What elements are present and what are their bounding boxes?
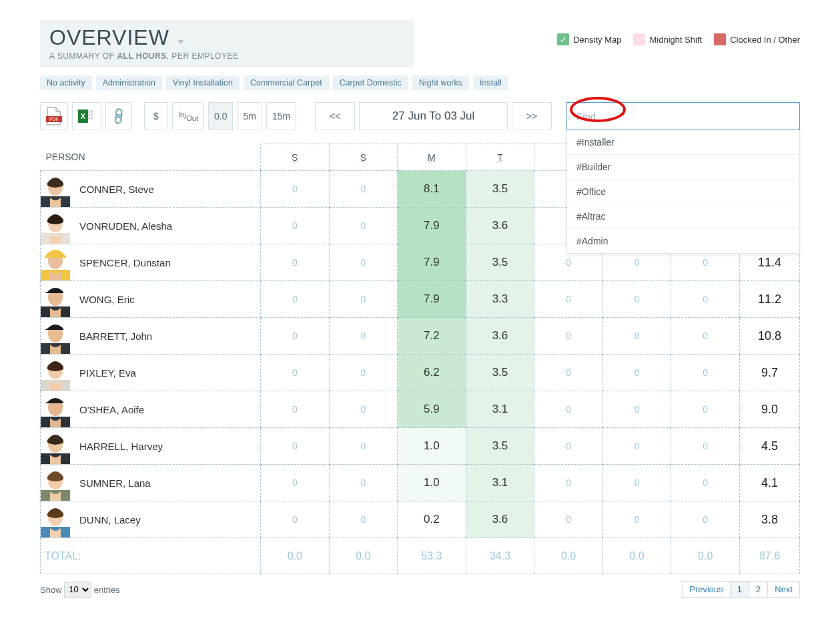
table-row[interactable]: DUNN, Lacey000.23.60003.8 — [41, 501, 800, 538]
hours-cell[interactable]: 0 — [329, 428, 398, 465]
hours-cell[interactable]: 0 — [602, 391, 671, 428]
share-link-button[interactable]: 🔗 — [105, 102, 132, 130]
hours-cell[interactable]: 0 — [602, 281, 671, 318]
person-column-header[interactable]: PERSON — [41, 144, 261, 171]
person-cell[interactable]: PIXLEY, Eva — [41, 355, 261, 391]
day-column-header[interactable]: T — [466, 144, 534, 171]
hours-cell[interactable]: 0 — [329, 171, 398, 208]
hours-cell[interactable]: 0 — [329, 281, 398, 318]
hours-cell[interactable]: 6.2 — [398, 355, 466, 391]
hours-cell[interactable]: 0 — [261, 465, 330, 501]
round-5m-button[interactable]: 5m — [237, 102, 262, 130]
search-suggestion[interactable]: #Altrac — [567, 204, 799, 229]
hours-cell[interactable]: 0 — [261, 318, 330, 355]
filter-tag[interactable]: Carpet Domestic — [333, 75, 408, 90]
hours-cell[interactable]: 7.2 — [398, 318, 466, 355]
hours-cell[interactable]: 0 — [534, 428, 603, 465]
hours-cell[interactable]: 3.5 — [466, 355, 534, 391]
page-button[interactable]: Next — [767, 581, 800, 598]
hours-cell[interactable]: 0 — [671, 318, 740, 355]
hours-cell[interactable]: 0 — [261, 501, 330, 538]
export-pdf-button[interactable]: PDF — [40, 102, 68, 130]
person-cell[interactable]: HARRELL, Harvey — [41, 428, 261, 465]
table-row[interactable]: O'SHEA, Aoife005.93.10009.0 — [41, 391, 800, 428]
date-range[interactable]: 27 Jun To 03 Jul — [359, 102, 508, 130]
hours-cell[interactable]: 0 — [534, 465, 603, 501]
hours-cell[interactable]: 3.5 — [466, 428, 534, 465]
hours-cell[interactable]: 0 — [261, 355, 330, 391]
search-input[interactable] — [566, 102, 800, 130]
hours-cell[interactable]: 0 — [261, 391, 330, 428]
person-cell[interactable]: CONNER, Steve — [41, 171, 261, 208]
hours-cell[interactable]: 3.6 — [466, 318, 534, 355]
hours-cell[interactable]: 0 — [671, 465, 740, 501]
person-cell[interactable]: SPENCER, Dunstan — [41, 244, 261, 281]
filter-tag[interactable]: Commercial Carpet — [244, 75, 329, 90]
hours-cell[interactable]: 0 — [329, 318, 398, 355]
hours-cell[interactable]: 8.1 — [398, 171, 466, 208]
hours-cell[interactable]: 0 — [261, 208, 330, 244]
hours-cell[interactable]: 3.1 — [466, 465, 534, 501]
hours-cell[interactable]: 3.5 — [466, 171, 534, 208]
prev-week-button[interactable]: << — [315, 102, 355, 130]
person-cell[interactable]: WONG, Eric — [41, 281, 261, 318]
chevron-down-icon[interactable] — [177, 40, 184, 44]
hours-cell[interactable]: 3.3 — [466, 281, 534, 318]
day-column-header[interactable]: S — [329, 144, 398, 171]
hours-cell[interactable]: 0 — [602, 355, 671, 391]
day-column-header[interactable]: M — [398, 144, 466, 171]
hours-cell[interactable]: 0 — [534, 355, 603, 391]
currency-toggle[interactable]: $ — [144, 102, 168, 130]
hours-cell[interactable]: 0 — [671, 281, 740, 318]
table-row[interactable]: PIXLEY, Eva006.23.50009.7 — [41, 355, 800, 391]
hours-cell[interactable]: 7.9 — [398, 208, 466, 244]
hours-cell[interactable]: 0 — [534, 318, 603, 355]
hours-cell[interactable]: 0 — [671, 391, 740, 428]
hours-cell[interactable]: 0.2 — [398, 501, 466, 538]
table-row[interactable]: SUMNER, Lana001.03.10004.1 — [41, 465, 800, 501]
hours-cell[interactable]: 0 — [329, 244, 398, 281]
hours-cell[interactable]: 0 — [329, 501, 398, 538]
hours-cell[interactable]: 0 — [671, 501, 740, 538]
page-button[interactable]: Previous — [682, 581, 731, 598]
person-cell[interactable]: SUMNER, Lana — [41, 465, 261, 501]
hours-cell[interactable]: 0 — [671, 428, 740, 465]
filter-tag[interactable]: Install — [473, 75, 508, 90]
hours-cell[interactable]: 3.5 — [466, 244, 534, 281]
hours-cell[interactable]: 7.9 — [398, 281, 466, 318]
page-button[interactable]: 2 — [749, 581, 768, 598]
round-15m-button[interactable]: 15m — [266, 102, 296, 130]
search-suggestion[interactable]: #Office — [567, 180, 799, 204]
hours-cell[interactable]: 1.0 — [398, 428, 466, 465]
hours-cell[interactable]: 0 — [329, 208, 398, 244]
hours-cell[interactable]: 0 — [329, 391, 398, 428]
inout-toggle[interactable]: In/Out — [172, 102, 204, 130]
table-row[interactable]: HARRELL, Harvey001.03.50004.5 — [41, 428, 800, 465]
hours-cell[interactable]: 0 — [534, 391, 603, 428]
hours-cell[interactable]: 0 — [602, 501, 671, 538]
page-size-select[interactable]: 10 — [64, 582, 91, 598]
person-cell[interactable]: VONRUDEN, Alesha — [41, 208, 261, 244]
decimal-toggle[interactable]: 0.0 — [208, 102, 233, 130]
hours-cell[interactable]: 0 — [261, 428, 330, 465]
page-button[interactable]: 1 — [730, 581, 749, 598]
search-suggestion[interactable]: #Admin — [567, 229, 799, 253]
hours-cell[interactable]: 0 — [602, 428, 671, 465]
hours-cell[interactable]: 0 — [329, 465, 398, 501]
filter-tag[interactable]: Night works — [412, 75, 469, 90]
hours-cell[interactable]: 0 — [329, 355, 398, 391]
hours-cell[interactable]: 1.0 — [398, 465, 466, 501]
hours-cell[interactable]: 3.1 — [466, 391, 534, 428]
next-week-button[interactable]: >> — [512, 102, 552, 130]
hours-cell[interactable]: 0 — [261, 171, 330, 208]
hours-cell[interactable]: 3.6 — [466, 501, 534, 538]
hours-cell[interactable]: 0 — [602, 465, 671, 501]
search-suggestion[interactable]: #Builder — [567, 155, 799, 180]
hours-cell[interactable]: 0 — [261, 281, 330, 318]
person-cell[interactable]: BARRETT, John — [41, 318, 261, 355]
hours-cell[interactable]: 0 — [671, 355, 740, 391]
hours-cell[interactable]: 5.9 — [398, 391, 466, 428]
hours-cell[interactable]: 0 — [261, 244, 330, 281]
hours-cell[interactable]: 0 — [534, 501, 603, 538]
export-excel-button[interactable]: X — [72, 102, 101, 130]
